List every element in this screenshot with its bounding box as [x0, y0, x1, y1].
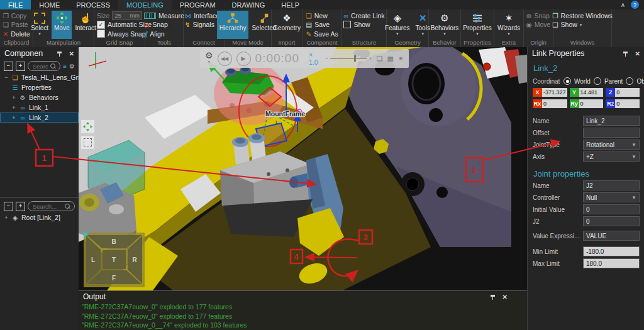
viewport-3d[interactable]: MountFrame 1 — [79, 47, 527, 290]
copy-button[interactable]: ❐Copy — [1, 11, 31, 20]
output-close-icon[interactable]: ✕ — [502, 294, 508, 300]
delete-button[interactable]: ✕Delete — [1, 30, 31, 38]
coord-z-field[interactable]: Z0 — [606, 88, 640, 97]
save-as-button[interactable]: ✎Save As — [304, 30, 339, 38]
tab-file[interactable]: FILE — [0, 0, 31, 9]
properties-button[interactable]: Properties▾ — [460, 11, 494, 39]
value-expression-field[interactable]: VALUE — [583, 231, 640, 241]
expand-all-button[interactable]: + — [16, 202, 25, 211]
tab-process[interactable]: PROCESS — [68, 0, 118, 9]
create-link-button[interactable]: ∞Create Link — [342, 11, 386, 20]
joint-name-field[interactable]: J2 — [583, 180, 640, 190]
name-label: Name — [533, 118, 583, 124]
tab-help[interactable]: HELP — [273, 0, 308, 9]
collapse-all-button[interactable]: − — [4, 62, 13, 71]
tree-item-properties[interactable]: ☰ Properties — [0, 82, 79, 92]
expand-icon[interactable]: + — [11, 114, 16, 121]
origin-move-button[interactable]: ◉Move — [525, 21, 552, 30]
collapse-ribbon-icon[interactable]: ∧ — [621, 1, 625, 8]
view-cube[interactable]: B L T R F — [84, 233, 145, 288]
max-limit-field[interactable]: 180.0 — [583, 258, 640, 268]
paste-button[interactable]: ❏Paste — [1, 21, 31, 30]
automatic-size-checkbox[interactable]: ✓Automatic Size — [96, 21, 143, 30]
component-search-input[interactable] — [31, 62, 49, 70]
radio-world[interactable] — [564, 77, 571, 85]
grid-size-input[interactable]: 25mm — [112, 11, 142, 20]
chevron-down-icon: ▼ — [631, 195, 636, 201]
fit-view-button[interactable] — [81, 120, 94, 133]
tree-item-link1[interactable]: + ∞ Link_1 — [0, 102, 79, 113]
menu-tab-bar: FILE HOME PROCESS MODELING PROGRAM DRAWI… — [0, 0, 644, 9]
restore-windows-button[interactable]: ❐Restore Windows — [551, 11, 614, 20]
link-properties-pin-icon[interactable] — [623, 51, 628, 57]
tab-modeling[interactable]: MODELING — [118, 0, 172, 9]
move-button[interactable]: Move — [52, 11, 72, 39]
coord-rz-field[interactable]: Rz0 — [606, 99, 640, 108]
joint-type-dropdown[interactable]: Rotational▼ — [583, 140, 640, 150]
new-button[interactable]: ❏New — [304, 11, 339, 20]
export-pdf-icon[interactable]: ❏ — [377, 55, 383, 63]
always-snap-checkbox[interactable]: Always Snap — [96, 30, 143, 38]
mount-frame-label: MountFrame — [265, 110, 305, 118]
expand-icon[interactable]: + — [4, 214, 9, 221]
windows-show-button[interactable]: ❑Show▾ — [551, 21, 614, 30]
tab-home[interactable]: HOME — [31, 0, 68, 9]
graph-settings-icon[interactable]: ⚙ — [69, 63, 75, 70]
radio-object[interactable] — [626, 77, 633, 85]
tree-item-link2[interactable]: + ∞ Link_2 — [0, 113, 79, 123]
radio-parent[interactable] — [594, 77, 601, 85]
capture-icon[interactable]: ✶ — [398, 55, 404, 63]
save-button[interactable]: ▤Save — [304, 21, 339, 30]
zoom-selected-button[interactable] — [81, 136, 94, 149]
tab-program[interactable]: PROGRAM — [172, 0, 224, 9]
component-panel-close-icon[interactable]: ✕ — [69, 50, 74, 57]
expand-all-button[interactable]: + — [16, 62, 25, 71]
link-properties-close-icon[interactable]: ✕ — [635, 50, 640, 57]
measure-button[interactable]: Measure — [143, 11, 186, 20]
copy-icon: ❐ — [3, 12, 8, 19]
expand-icon[interactable]: + — [11, 104, 16, 111]
output-pin-icon[interactable] — [490, 294, 496, 300]
j2-field[interactable]: 0 — [583, 216, 640, 226]
playback-settings-button[interactable]: ⚙▾ — [205, 52, 213, 65]
behaviors-button[interactable]: ⚙ Behaviors▾ — [428, 11, 461, 39]
interact-icon: ☝ — [80, 12, 92, 24]
snap-icon: ◎ — [144, 21, 150, 28]
name-field[interactable]: Link_2 — [583, 116, 640, 126]
help-icon[interactable]: ? — [631, 1, 639, 9]
speed-slider[interactable]: −+ — [325, 55, 372, 62]
group-tools: Measure ◎Snap ∥Align Tools — [145, 9, 184, 47]
play-button[interactable]: ▶ — [236, 52, 251, 66]
align-button[interactable]: ∥Align — [143, 30, 186, 38]
coord-rx-field[interactable]: Rx0 — [533, 99, 567, 108]
import-geometry-button[interactable]: ❖ Geometry — [270, 11, 303, 39]
snap-button[interactable]: ◎Snap — [143, 21, 186, 30]
coord-x-field[interactable]: X-371.327 — [533, 88, 567, 97]
origin-snap-button[interactable]: ⊕Snap — [525, 11, 552, 20]
controller-dropdown[interactable]: Null▼ — [583, 192, 640, 202]
min-limit-field[interactable]: -180.0 — [583, 246, 640, 256]
collapse-icon[interactable]: − — [4, 74, 9, 80]
show-structure-checkbox[interactable]: Show — [342, 21, 386, 30]
select-button[interactable]: Select▾ — [28, 11, 51, 39]
initial-value-field[interactable]: 0 — [583, 204, 640, 214]
tree-item-component-root[interactable]: − ❏ Tesla_HL_Lens_Gripper_... — [0, 72, 79, 82]
component-panel-pin-icon[interactable] — [57, 51, 62, 57]
tree-item-root-link2[interactable]: + ◈ Root [Link_2] — [0, 212, 79, 223]
collapse-all-button[interactable]: − — [4, 202, 13, 211]
wizards-button[interactable]: ✶ Wizards▾ — [495, 11, 523, 39]
hierarchy-button[interactable]: Hierarchy — [217, 11, 249, 39]
rewind-button[interactable]: ◀◀ — [218, 52, 232, 66]
expand-icon[interactable]: + — [11, 94, 16, 101]
tree-item-behaviors[interactable]: + ⚙ Behaviors — [0, 92, 79, 102]
playback-bar: ⚙▾ ◀◀ ▶ 0:00:00 × 1.0 −+ ❏ ▦ ✶ — [200, 49, 409, 68]
record-video-icon[interactable]: ▦ — [387, 55, 393, 63]
graph-filter-icon[interactable]: ≡ — [63, 63, 67, 70]
axis-dropdown[interactable]: +Z▼ — [583, 151, 640, 162]
offset-field[interactable] — [583, 128, 640, 138]
coord-ry-field[interactable]: Ry0 — [570, 99, 604, 108]
tab-drawing[interactable]: DRAWING — [224, 0, 274, 9]
root-search-input[interactable] — [31, 202, 64, 211]
features-button[interactable]: ◈ Features▾ — [382, 11, 412, 39]
coord-y-field[interactable]: Y14.481 — [570, 88, 604, 97]
